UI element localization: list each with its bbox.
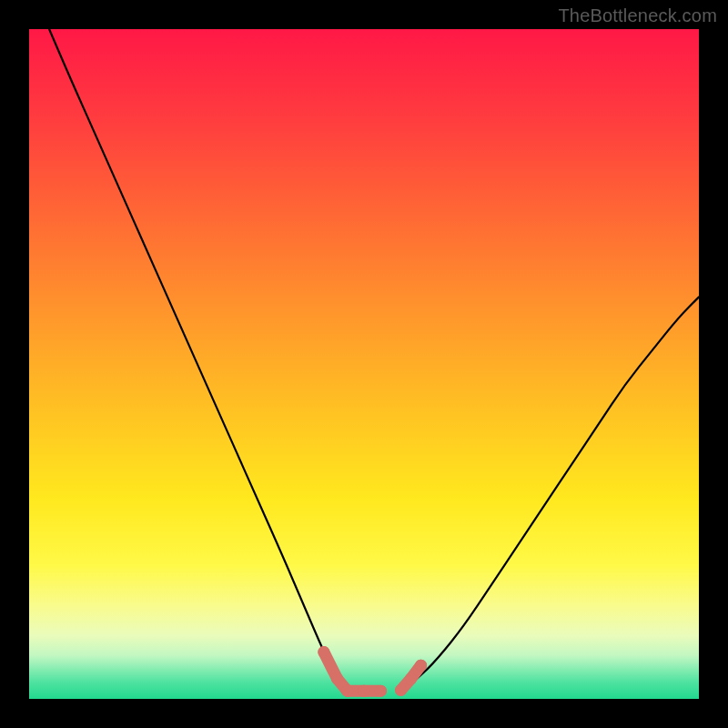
bottleneck-markers-right-dot <box>395 684 407 696</box>
bottleneck-markers-right-dot <box>405 672 417 684</box>
bottleneck-markers-left-dot <box>331 672 343 684</box>
plot-area <box>29 29 699 699</box>
bottleneck-markers-left-dot <box>375 685 387 697</box>
right-curve <box>398 297 699 692</box>
curves-layer <box>29 29 699 699</box>
chart-frame: TheBottleneck.com <box>0 0 728 728</box>
bottleneck-markers-left-dot <box>318 646 329 658</box>
bottleneck-markers-left-dot <box>359 685 370 697</box>
left-curve <box>49 29 350 693</box>
bottleneck-markers-left-dot <box>341 685 353 697</box>
watermark-text: TheBottleneck.com <box>558 5 717 26</box>
bottleneck-markers-right-dot <box>415 660 427 672</box>
